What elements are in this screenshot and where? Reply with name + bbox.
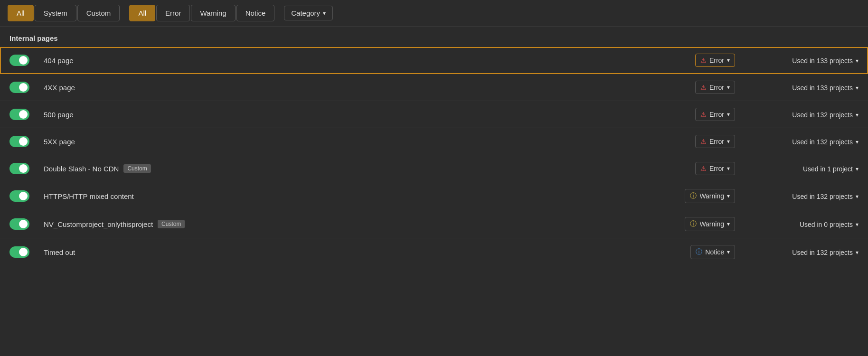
- projects-cell-5xx-page: Used in 132 projects ▾: [745, 128, 868, 155]
- severity-dropdown-500-page[interactable]: ⚠ Error ▾: [695, 108, 735, 121]
- name-cell-double-slash-no-cdn: Double Slash - No CDNCustom: [39, 155, 650, 182]
- severity-cell-nv-customproject: ⓘ Warning ▾: [650, 210, 745, 238]
- filter-btn-error-sev[interactable]: Error: [156, 5, 190, 21]
- chevron-down-icon: ▾: [727, 221, 730, 227]
- table-row: 5XX page ⚠ Error ▾ Used in 132 projects …: [0, 128, 868, 155]
- filter-btn-all-sev[interactable]: All: [129, 5, 155, 21]
- chevron-down-icon: ▾: [727, 57, 730, 64]
- projects-label: Used in 132 projects: [792, 138, 853, 146]
- severity-label: Error: [709, 84, 724, 91]
- severity-cell-https-http-mixed: ⓘ Warning ▾: [650, 182, 745, 210]
- projects-cell-timed-out: Used in 132 projects ▾: [745, 238, 868, 266]
- filter-btn-custom-type[interactable]: Custom: [77, 5, 120, 21]
- severity-icon: ⚠: [700, 165, 707, 172]
- toggle-4xx-page[interactable]: [9, 82, 29, 93]
- chevron-down-icon: ▾: [727, 165, 730, 172]
- rule-name-text: NV_Customproject_onlythisproject: [44, 220, 153, 228]
- chevron-down-icon: ▾: [856, 139, 859, 145]
- severity-label: Error: [709, 165, 724, 172]
- projects-label: Used in 0 projects: [800, 221, 853, 228]
- projects-dropdown-nv-customproject[interactable]: Used in 0 projects ▾: [800, 221, 859, 228]
- toggle-cell-nv-customproject: [0, 210, 39, 238]
- chevron-down-icon: ▾: [856, 249, 859, 256]
- toggle-cell-double-slash-no-cdn: [0, 155, 39, 182]
- toggle-cell-4xx-page: [0, 74, 39, 101]
- chevron-down-icon: ▾: [856, 221, 859, 228]
- projects-label: Used in 132 projects: [792, 111, 853, 119]
- severity-filter-group: AllErrorWarningNotice: [129, 5, 274, 21]
- projects-label: Used in 133 projects: [792, 57, 853, 65]
- table-row: Double Slash - No CDNCustom ⚠ Error ▾ Us…: [0, 155, 868, 182]
- projects-dropdown-500-page[interactable]: Used in 132 projects ▾: [792, 111, 859, 119]
- projects-label: Used in 132 projects: [792, 193, 853, 200]
- projects-label: Used in 1 project: [803, 165, 853, 173]
- rule-name-text: 4XX page: [44, 84, 75, 92]
- custom-badge: Custom: [158, 220, 185, 228]
- filter-btn-notice-sev[interactable]: Notice: [236, 5, 275, 21]
- toggle-cell-404-page: [0, 47, 39, 74]
- rule-name-text: Double Slash - No CDN: [44, 165, 119, 173]
- severity-label: Warning: [699, 192, 724, 200]
- chevron-down-icon: ▾: [856, 57, 859, 64]
- severity-dropdown-4xx-page[interactable]: ⚠ Error ▾: [695, 81, 735, 94]
- severity-dropdown-5xx-page[interactable]: ⚠ Error ▾: [695, 135, 735, 148]
- filter-btn-all-type[interactable]: All: [8, 5, 34, 21]
- projects-dropdown-404-page[interactable]: Used in 133 projects ▾: [792, 57, 859, 65]
- chevron-down-icon: ▾: [856, 166, 859, 172]
- category-label: Category: [291, 9, 320, 17]
- projects-dropdown-double-slash-no-cdn[interactable]: Used in 1 project ▾: [803, 165, 859, 173]
- section-title: Internal pages: [0, 27, 868, 47]
- name-cell-404-page: 404 page: [39, 47, 650, 74]
- severity-cell-timed-out: ⓘ Notice ▾: [650, 238, 745, 266]
- severity-dropdown-https-http-mixed[interactable]: ⓘ Warning ▾: [685, 189, 735, 203]
- severity-label: Notice: [705, 248, 724, 256]
- rule-name-text: 5XX page: [44, 138, 75, 146]
- projects-cell-nv-customproject: Used in 0 projects ▾: [745, 210, 868, 238]
- chevron-down-icon: ▾: [856, 112, 859, 118]
- projects-dropdown-https-http-mixed[interactable]: Used in 132 projects ▾: [792, 193, 859, 200]
- name-cell-nv-customproject: NV_Customproject_onlythisprojectCustom: [39, 210, 650, 238]
- projects-dropdown-timed-out[interactable]: Used in 132 projects ▾: [792, 249, 859, 256]
- severity-label: Error: [709, 138, 724, 145]
- toggle-500-page[interactable]: [9, 109, 29, 120]
- chevron-down-icon: ▾: [727, 138, 730, 145]
- name-cell-https-http-mixed: HTTPS/HTTP mixed content: [39, 182, 650, 210]
- toggle-404-page[interactable]: [9, 55, 29, 66]
- severity-cell-double-slash-no-cdn: ⚠ Error ▾: [650, 155, 745, 182]
- name-cell-5xx-page: 5XX page: [39, 128, 650, 155]
- toggle-cell-5xx-page: [0, 128, 39, 155]
- toggle-https-http-mixed[interactable]: [9, 190, 29, 202]
- severity-icon: ⚠: [700, 56, 707, 64]
- severity-label: Error: [709, 56, 724, 64]
- chevron-down-icon: ▾: [727, 111, 730, 118]
- projects-label: Used in 133 projects: [792, 84, 853, 92]
- severity-label: Warning: [699, 220, 724, 228]
- rule-name-text: Timed out: [44, 248, 75, 256]
- toggle-nv-customproject[interactable]: [9, 218, 29, 230]
- projects-dropdown-4xx-page[interactable]: Used in 133 projects ▾: [792, 84, 859, 92]
- filter-btn-system-type[interactable]: System: [35, 5, 76, 21]
- projects-dropdown-5xx-page[interactable]: Used in 132 projects ▾: [792, 138, 859, 146]
- severity-dropdown-404-page[interactable]: ⚠ Error ▾: [695, 54, 735, 67]
- toggle-cell-500-page: [0, 101, 39, 128]
- severity-dropdown-double-slash-no-cdn[interactable]: ⚠ Error ▾: [695, 162, 735, 175]
- severity-cell-5xx-page: ⚠ Error ▾: [650, 128, 745, 155]
- toggle-timed-out[interactable]: [9, 246, 29, 258]
- filter-btn-warning-sev[interactable]: Warning: [191, 5, 235, 21]
- projects-cell-4xx-page: Used in 133 projects ▾: [745, 74, 868, 101]
- table-row: HTTPS/HTTP mixed content ⓘ Warning ▾ Use…: [0, 182, 868, 210]
- name-cell-500-page: 500 page: [39, 101, 650, 128]
- table-row: 404 page ⚠ Error ▾ Used in 133 projects …: [0, 47, 868, 74]
- category-dropdown-button[interactable]: Category ▾: [284, 6, 333, 20]
- severity-dropdown-nv-customproject[interactable]: ⓘ Warning ▾: [685, 217, 735, 231]
- table-row: 500 page ⚠ Error ▾ Used in 132 projects …: [0, 101, 868, 128]
- toggle-double-slash-no-cdn[interactable]: [9, 163, 29, 174]
- projects-cell-double-slash-no-cdn: Used in 1 project ▾: [745, 155, 868, 182]
- projects-cell-404-page: Used in 133 projects ▾: [745, 47, 868, 74]
- chevron-down-icon: ▾: [727, 249, 730, 255]
- custom-badge: Custom: [123, 164, 151, 173]
- toggle-5xx-page[interactable]: [9, 136, 29, 147]
- chevron-down-icon: ▾: [727, 193, 730, 199]
- severity-icon: ⓘ: [690, 192, 697, 200]
- severity-dropdown-timed-out[interactable]: ⓘ Notice ▾: [690, 245, 735, 259]
